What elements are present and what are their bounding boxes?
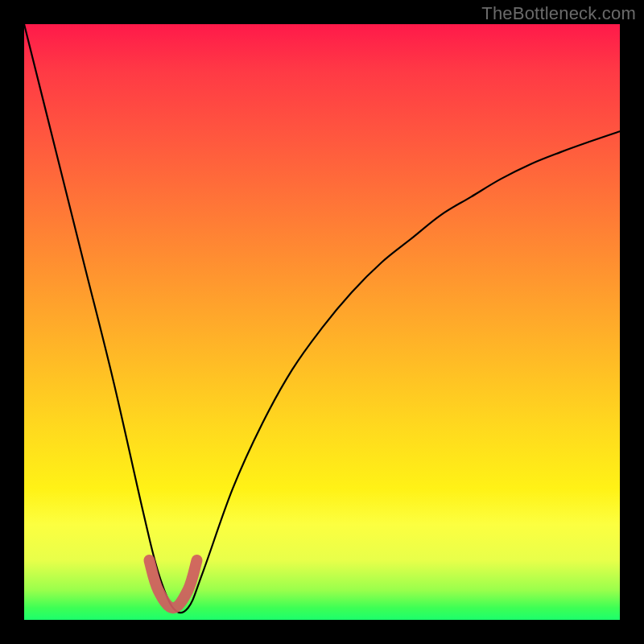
plot-area (24, 24, 620, 620)
bottleneck-curve (24, 24, 620, 613)
chart-frame: TheBottleneck.com (0, 0, 644, 644)
watermark-text: TheBottleneck.com (481, 3, 636, 24)
curve-svg (24, 24, 620, 620)
optimal-highlight (149, 560, 196, 608)
